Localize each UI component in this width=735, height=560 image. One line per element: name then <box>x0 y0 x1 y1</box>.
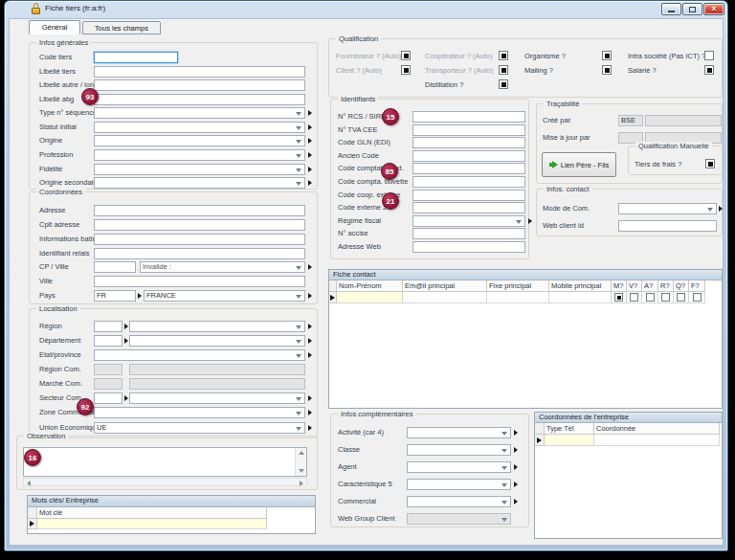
ancien-code-input[interactable] <box>412 150 525 162</box>
statut-initial-select[interactable] <box>94 122 305 133</box>
regime-fiscal-lookup-arrow[interactable] <box>528 218 532 224</box>
r-cell[interactable] <box>658 292 674 303</box>
col-coordonnee[interactable]: Coordonnée <box>594 423 720 435</box>
libelle-abg-input[interactable] <box>94 94 305 105</box>
client-checkbox[interactable] <box>401 65 411 75</box>
tab-general[interactable]: Général <box>29 20 80 34</box>
departement-lookup-arrow[interactable] <box>124 338 128 344</box>
maximize-button[interactable] <box>682 3 702 15</box>
email-principal-cell[interactable] <box>403 292 487 303</box>
a-cell[interactable] <box>642 292 658 303</box>
salarie-checkbox[interactable] <box>704 65 714 75</box>
commercial-select[interactable] <box>407 496 511 507</box>
classe-lookup-arrow[interactable] <box>514 447 518 453</box>
fournisseur-checkbox[interactable] <box>401 51 411 60</box>
union-economique-lookup-arrow[interactable] <box>308 425 312 431</box>
cp-ville-lookup-arrow[interactable] <box>308 264 312 270</box>
code-tiers-input[interactable] <box>94 52 178 63</box>
code-externe-2-input[interactable] <box>412 202 525 213</box>
col-nom-prenom[interactable]: Nom-Prénom <box>337 280 403 292</box>
region-select-lookup-arrow[interactable] <box>308 324 312 329</box>
vertical-scrollbar[interactable] <box>295 448 306 476</box>
minimize-button[interactable] <box>661 3 681 15</box>
pays-select[interactable]: FRANCE <box>144 290 305 302</box>
col-r[interactable]: R? <box>658 280 674 292</box>
origine-secondaire-select[interactable] <box>94 177 305 189</box>
caracteristique-5-lookup-arrow[interactable] <box>514 482 518 487</box>
tva-cee-input[interactable] <box>412 124 525 136</box>
libelle-tiers-input[interactable] <box>94 66 305 78</box>
adresse-input[interactable] <box>94 205 305 216</box>
profession-lookup-arrow[interactable] <box>308 152 312 158</box>
tiers-de-frais-checkbox[interactable] <box>705 159 715 168</box>
pays-lookup-arrow[interactable] <box>138 293 142 299</box>
code-gln-input[interactable] <box>412 137 525 148</box>
lien-pere-fils-button[interactable]: Lien Père - Fils <box>542 152 616 177</box>
secteur-com-select[interactable] <box>129 392 305 404</box>
cp-ville-select[interactable]: Invalide : <box>140 261 305 273</box>
tab-tous-les-champs[interactable]: Tous les champs <box>82 21 161 34</box>
code-compta-buvette-input[interactable] <box>412 176 525 188</box>
cooperateur-checkbox[interactable] <box>499 51 508 60</box>
col-q[interactable]: Q? <box>674 280 689 292</box>
type-sequence-select[interactable] <box>94 107 305 119</box>
r-checkbox[interactable] <box>661 293 670 302</box>
q-checkbox[interactable] <box>677 293 685 302</box>
col-f[interactable]: F? <box>689 280 705 292</box>
f-cell[interactable] <box>689 292 705 303</box>
col-m[interactable]: M? <box>612 280 627 292</box>
adresse-web-input[interactable] <box>412 241 525 253</box>
secteur-com-lookup-arrow[interactable] <box>124 395 128 401</box>
m-cell[interactable] <box>612 292 627 303</box>
intra-societe-checkbox[interactable] <box>704 51 714 60</box>
commercial-lookup-arrow[interactable] <box>514 499 518 504</box>
activite-select[interactable] <box>407 427 511 438</box>
origine-lookup-arrow[interactable] <box>308 138 312 144</box>
pays-select-lookup-arrow[interactable] <box>308 293 312 299</box>
rcs-siret-input[interactable] <box>412 111 525 123</box>
region-code-input[interactable] <box>94 321 122 332</box>
etat-province-select[interactable] <box>94 349 305 361</box>
departement-code-input[interactable] <box>94 335 122 347</box>
code-comptable-ext-input[interactable] <box>412 163 525 174</box>
v-cell[interactable] <box>627 292 642 303</box>
mobile-principal-cell[interactable] <box>549 292 612 303</box>
mailing-checkbox[interactable] <box>602 65 612 75</box>
row-selector[interactable] <box>28 519 37 529</box>
ville-input[interactable] <box>94 276 305 287</box>
close-button[interactable]: × <box>703 3 724 15</box>
accise-input[interactable] <box>412 228 525 239</box>
transporteur-checkbox[interactable] <box>499 65 508 75</box>
activite-lookup-arrow[interactable] <box>514 430 518 436</box>
statut-initial-lookup-arrow[interactable] <box>308 124 312 130</box>
profession-select[interactable] <box>94 149 305 161</box>
col-a[interactable]: A? <box>642 280 658 292</box>
col-fixe-principal[interactable]: Fixe principal <box>487 280 549 292</box>
union-economique-select[interactable]: UE <box>94 422 305 434</box>
agent-select[interactable] <box>407 461 511 473</box>
departement-select-lookup-arrow[interactable] <box>308 338 312 344</box>
code-coop-externe-input[interactable] <box>412 190 525 201</box>
origine-select[interactable] <box>94 135 305 146</box>
mode-de-com-select[interactable] <box>618 203 717 214</box>
regime-fiscal-select[interactable] <box>412 215 525 227</box>
observation-textarea[interactable] <box>23 447 307 477</box>
m-checkbox[interactable] <box>614 293 623 302</box>
mot-cle-column-header[interactable]: Mot clé <box>37 507 267 519</box>
type-tel-cell[interactable] <box>545 435 594 446</box>
distillation-checkbox[interactable] <box>499 79 508 89</box>
v-checkbox[interactable] <box>630 293 638 302</box>
secteur-com-select-lookup-arrow[interactable] <box>308 395 312 401</box>
caracteristique-5-select[interactable] <box>407 479 511 490</box>
classe-select[interactable] <box>407 444 511 456</box>
agent-lookup-arrow[interactable] <box>514 464 518 470</box>
col-email-principal[interactable]: Em@il principal <box>403 280 487 292</box>
pays-code-input[interactable]: FR <box>94 290 136 302</box>
col-mobile-principal[interactable]: Mobile principal <box>549 280 612 292</box>
fidelite-lookup-arrow[interactable] <box>308 167 312 172</box>
coordonnee-cell[interactable] <box>594 435 720 446</box>
cplt-adresse-input[interactable] <box>94 219 305 231</box>
libelle-autre-input[interactable] <box>94 79 305 91</box>
row-selector[interactable] <box>329 292 337 303</box>
mot-cle-cell[interactable] <box>37 519 267 529</box>
